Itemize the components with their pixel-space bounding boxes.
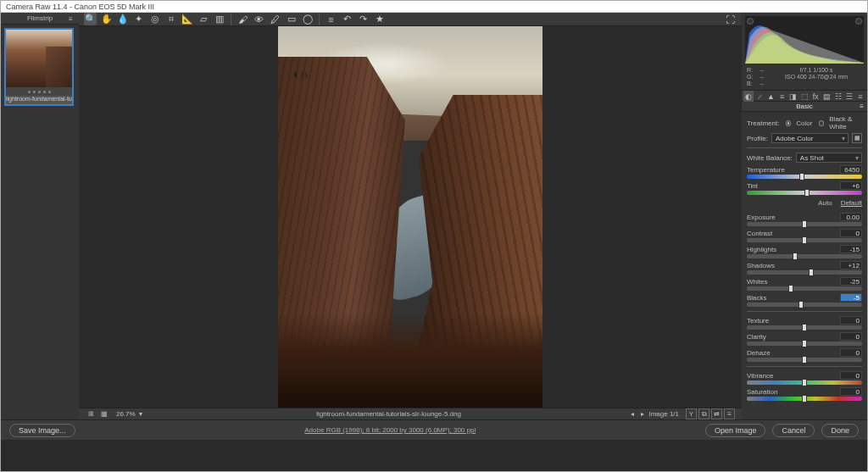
texture-value[interactable]: 0 xyxy=(840,316,862,325)
treatment-bw-radio[interactable] xyxy=(819,120,824,126)
treatment-color-label[interactable]: Color xyxy=(796,119,812,127)
guided-upright-icon[interactable]: ▥ xyxy=(213,13,225,25)
red-eye-icon[interactable]: 👁 xyxy=(253,13,265,25)
toggle-mark-icon[interactable]: ★ xyxy=(373,13,386,25)
default-link[interactable]: Default xyxy=(841,199,862,207)
blacks-thumb[interactable] xyxy=(798,301,804,308)
white-balance-tool-icon[interactable]: 💧 xyxy=(116,13,129,25)
profile-select[interactable]: Adobe Color xyxy=(771,133,849,143)
dehaze-track[interactable] xyxy=(747,358,862,362)
rotate-ccw-icon[interactable]: ↶ xyxy=(341,13,353,25)
next-image-icon[interactable]: ▸ xyxy=(638,410,647,419)
clarity-track[interactable] xyxy=(747,342,862,346)
adjustment-brush-icon[interactable]: 🖊 xyxy=(269,13,281,25)
vibrance-thumb[interactable] xyxy=(802,379,807,386)
shadow-clip-warning-icon[interactable] xyxy=(747,18,754,25)
wb-select[interactable]: As Shot xyxy=(796,153,862,163)
dehaze-value[interactable]: 0 xyxy=(840,348,862,357)
clarity-thumb[interactable] xyxy=(802,340,807,347)
before-after-swap-icon[interactable]: ⇄ xyxy=(711,408,722,419)
tint-track[interactable] xyxy=(747,191,862,195)
blacks-track[interactable] xyxy=(747,303,862,307)
tab-hsl-icon[interactable]: ≡ xyxy=(777,91,787,102)
tab-lens-icon[interactable]: ⬚ xyxy=(799,91,810,102)
tint-thumb[interactable] xyxy=(804,189,810,197)
saturation-thumb[interactable] xyxy=(802,395,807,403)
radial-filter-icon[interactable]: ◯ xyxy=(301,13,314,25)
clarity-value[interactable]: 0 xyxy=(840,332,862,341)
before-after-menu-icon[interactable]: ≡ xyxy=(724,408,735,419)
before-after-split-icon[interactable]: ⧉ xyxy=(698,408,709,419)
exposure-thumb[interactable] xyxy=(802,220,807,228)
whites-value[interactable]: -25 xyxy=(840,277,862,286)
saturation-value[interactable]: 0 xyxy=(840,387,862,396)
texture-track[interactable] xyxy=(747,325,862,330)
tint-value[interactable]: +6 xyxy=(840,181,862,190)
color-sampler-icon[interactable]: ✦ xyxy=(132,13,145,25)
saturation-track[interactable] xyxy=(747,397,862,401)
graduated-filter-icon[interactable]: ▭ xyxy=(285,13,298,25)
vibrance-value[interactable]: 0 xyxy=(840,371,862,380)
highlights-value[interactable]: -15 xyxy=(840,245,862,253)
blacks-value[interactable]: -5 xyxy=(840,293,862,302)
shadows-track[interactable] xyxy=(747,270,862,275)
highlights-thumb[interactable] xyxy=(793,253,798,260)
shadows-thumb[interactable] xyxy=(809,269,814,276)
tab-snapshots-icon[interactable]: ☰ xyxy=(844,91,854,102)
basic-panel-menu-icon[interactable]: ≡ xyxy=(860,103,864,110)
prev-image-icon[interactable]: ◂ xyxy=(628,410,637,419)
filmstrip-menu-icon[interactable]: ≡ xyxy=(69,15,75,22)
tab-presets-icon[interactable]: ☷ xyxy=(833,91,843,102)
title-bar[interactable]: Camera Raw 11.4 - Canon EOS 5D Mark III xyxy=(1,1,867,13)
highlight-clip-warning-icon[interactable] xyxy=(855,18,862,25)
fullscreen-toggle-icon[interactable]: ⛶ xyxy=(724,13,737,25)
tab-curve-icon[interactable]: ⟋ xyxy=(754,91,765,102)
cancel-button[interactable]: Cancel xyxy=(772,424,815,437)
temperature-track[interactable] xyxy=(747,175,862,179)
vibrance-track[interactable] xyxy=(747,380,862,385)
profile-browser-icon[interactable]: ▦ xyxy=(852,133,862,143)
texture-thumb[interactable] xyxy=(802,324,807,331)
auto-link[interactable]: Auto xyxy=(818,199,832,207)
contrast-thumb[interactable] xyxy=(802,236,807,244)
panel-tabs-menu-icon[interactable]: ≡ xyxy=(855,91,865,102)
exposure-value[interactable]: 0.00 xyxy=(840,213,862,221)
zoom-dropdown-icon[interactable]: ▾ xyxy=(136,409,146,419)
rotate-cw-icon[interactable]: ↷ xyxy=(357,13,370,25)
grid-toggle-icon[interactable]: ▦ xyxy=(99,409,109,419)
targeted-adjust-icon[interactable]: ◎ xyxy=(148,13,161,25)
before-after-y-icon[interactable]: Y xyxy=(686,408,697,419)
straighten-tool-icon[interactable]: 📐 xyxy=(181,13,193,25)
exposure-track[interactable] xyxy=(747,222,862,226)
zoom-level[interactable]: 26.7% xyxy=(116,410,136,418)
zoom-tool-icon[interactable]: 🔍 xyxy=(84,13,97,25)
filmstrip-header[interactable]: Filmstrip ≡ xyxy=(1,13,79,25)
tab-fx-icon[interactable]: fx xyxy=(810,91,821,102)
preferences-icon[interactable]: ≡ xyxy=(325,13,337,25)
save-image-button[interactable]: Save Image... xyxy=(9,424,75,437)
workflow-options-link[interactable]: Adobe RGB (1998); 8 bit; 2000 by 3000 (6… xyxy=(82,426,698,434)
image-canvas[interactable] xyxy=(79,26,742,408)
tab-calibration-icon[interactable]: ▤ xyxy=(821,91,832,102)
tab-split-icon[interactable]: ◨ xyxy=(788,91,798,102)
contrast-value[interactable]: 0 xyxy=(840,229,862,237)
tab-detail-icon[interactable]: ▲ xyxy=(765,91,776,102)
spot-removal-icon[interactable]: 🖌 xyxy=(236,13,249,25)
open-image-button[interactable]: Open Image xyxy=(705,424,766,437)
filmstrip-thumbnail[interactable]: lightroom-fundamental-tutor... xyxy=(4,28,74,106)
contrast-track[interactable] xyxy=(747,238,862,242)
histogram[interactable] xyxy=(745,16,864,64)
temperature-thumb[interactable] xyxy=(799,173,804,180)
treatment-color-radio[interactable] xyxy=(786,120,791,126)
done-button[interactable]: Done xyxy=(821,424,859,437)
dehaze-thumb[interactable] xyxy=(802,356,807,364)
highlights-track[interactable] xyxy=(747,254,862,258)
whites-track[interactable] xyxy=(747,286,862,291)
view-mode-icon[interactable]: ⊞ xyxy=(86,409,96,419)
tab-basic-icon[interactable]: ◐ xyxy=(743,91,754,102)
crop-tool-icon[interactable]: ⌗ xyxy=(164,13,177,25)
temperature-value[interactable]: 6450 xyxy=(840,165,862,174)
thumbnail-rating[interactable] xyxy=(6,87,72,96)
hand-tool-icon[interactable]: ✋ xyxy=(100,13,113,25)
transform-tool-icon[interactable]: ▱ xyxy=(197,13,209,25)
